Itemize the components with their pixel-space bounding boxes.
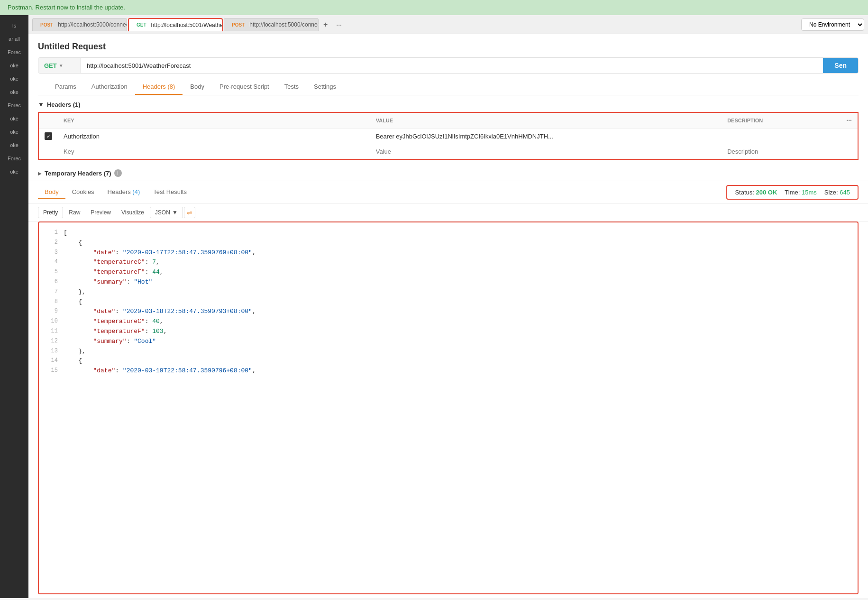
line-6: 6 "summary": "Hot": [48, 277, 848, 287]
response-toolbar: Pretty Raw Preview Visualize JSON ▼ ⇌: [28, 204, 868, 222]
tab-headers[interactable]: Headers (8): [135, 79, 183, 95]
line-10: 10 "temperatureC": 40,: [48, 317, 848, 327]
sidebar-item-oke2[interactable]: oke: [0, 72, 28, 85]
sidebar: Is ar all Forec oke oke oke Forec oke ok…: [0, 15, 28, 598]
tab-pre-request[interactable]: Pre-request Script: [212, 79, 277, 95]
line-3: 3 "date": "2020-03-17T22:58:47.3590769+0…: [48, 248, 848, 258]
response-meta: Status: 200 OK Time: 15ms Size: 645: [726, 185, 859, 200]
temp-headers-chevron-icon[interactable]: ▶: [38, 171, 42, 176]
header-checkbox-1[interactable]: [45, 132, 52, 140]
th-value: VALUE: [370, 112, 722, 129]
th-checkbox: [38, 112, 58, 129]
tab-method-get: GET: [135, 22, 148, 28]
headers-table: KEY VALUE DESCRIPTION ···: [38, 112, 859, 160]
tab-post-connect1[interactable]: POST http://localhost:5000/connect/...: [32, 18, 127, 31]
word-wrap-button[interactable]: ⇌: [184, 207, 195, 218]
method-selector[interactable]: GET ▼: [38, 58, 81, 73]
headers-section-title[interactable]: ▼ Headers (1): [38, 101, 859, 108]
temp-headers-title: Temporary Headers (7): [45, 170, 111, 177]
line-8: 8 {: [48, 297, 848, 307]
more-tabs-button[interactable]: ···: [332, 19, 346, 30]
status-value: 200 OK: [756, 189, 777, 196]
status-label: Status: 200 OK: [735, 189, 777, 196]
tab-post-connect2[interactable]: POST http://localhost:5000/connect/...: [224, 18, 319, 31]
response-tab-cookies[interactable]: Cookies: [65, 185, 101, 199]
header-value-empty[interactable]: [376, 148, 716, 155]
tab-tests[interactable]: Tests: [277, 79, 306, 95]
request-title: Untitled Request: [38, 42, 859, 52]
json-format-selector[interactable]: JSON ▼: [150, 207, 183, 218]
line-7: 7 },: [48, 287, 848, 297]
tab-get-weather[interactable]: GET http://localhost:5001/WeatherF...: [128, 18, 223, 31]
line-9: 9 "date": "2020-03-18T22:58:47.3590793+0…: [48, 307, 848, 317]
line-11: 11 "temperatureF": 103,: [48, 327, 848, 337]
line-2: 2 {: [48, 238, 848, 248]
tab-method-post1: POST: [38, 22, 55, 28]
line-4: 4 "temperatureC": 7,: [48, 258, 848, 268]
json-response-body: 1 [ 2 { 3 "date": "2020-03-17T22:58:47.3…: [38, 222, 859, 594]
response-header: Body Cookies Headers (4) Test Results St…: [28, 181, 868, 204]
tab-method-post2: POST: [230, 22, 247, 28]
sidebar-item-apis[interactable]: Is: [0, 19, 28, 32]
update-banner: Postman. Restart now to install the upda…: [0, 0, 868, 15]
main-content: POST http://localhost:5000/connect/... G…: [28, 15, 868, 598]
header-key-empty[interactable]: [64, 148, 365, 155]
temp-headers-info-icon[interactable]: i: [114, 169, 122, 177]
environment-selector[interactable]: No Environment: [801, 18, 864, 31]
temp-headers-section: ▶ Temporary Headers (7) i: [28, 166, 868, 181]
header-desc-1[interactable]: [727, 133, 835, 140]
line-12: 12 "summary": "Cool": [48, 337, 848, 347]
size-value: 645: [840, 189, 850, 196]
method-chevron-icon: ▼: [59, 63, 64, 68]
tab-url-3: http://localhost:5000/connect/...: [249, 21, 319, 28]
line-1: 1 [: [48, 228, 848, 238]
send-button[interactable]: Sen: [823, 58, 858, 73]
sidebar-item-clear[interactable]: ar all: [0, 32, 28, 46]
line-13: 13 },: [48, 347, 848, 357]
sidebar-item-oke1[interactable]: oke: [0, 59, 28, 72]
sidebar-item-forec3[interactable]: Forec: [0, 152, 28, 165]
sidebar-item-forec2[interactable]: Forec: [0, 99, 28, 112]
response-area: Body Cookies Headers (4) Test Results St…: [28, 181, 868, 598]
response-tab-test-results[interactable]: Test Results: [146, 185, 193, 199]
size-label: Size: 645: [824, 189, 850, 196]
tab-params[interactable]: Params: [47, 79, 84, 95]
add-tab-button[interactable]: +: [320, 18, 331, 31]
sidebar-item-oke6[interactable]: oke: [0, 138, 28, 152]
json-chevron-icon: ▼: [172, 209, 178, 216]
preview-button[interactable]: Preview: [86, 207, 116, 218]
th-key: KEY: [58, 112, 370, 129]
method-label: GET: [44, 62, 57, 69]
header-desc-empty[interactable]: [727, 148, 835, 155]
tabs-bar: POST http://localhost:5000/connect/... G…: [28, 15, 868, 34]
sidebar-item-oke7[interactable]: oke: [0, 165, 28, 178]
th-description: DESCRIPTION: [722, 112, 841, 129]
header-row-1: [38, 129, 858, 144]
header-key-1[interactable]: [64, 133, 365, 140]
sidebar-item-forec1[interactable]: Forec: [0, 46, 28, 59]
sidebar-item-oke4[interactable]: oke: [0, 112, 28, 125]
headers-chevron-icon: ▼: [38, 101, 44, 108]
tab-authorization[interactable]: Authorization: [84, 79, 135, 95]
line-5: 5 "temperatureF": 44,: [48, 268, 848, 277]
tab-settings[interactable]: Settings: [306, 79, 344, 95]
headers-section: ▼ Headers (1) KEY VALUE DESCRIPTION ···: [28, 95, 868, 166]
url-input[interactable]: [81, 58, 823, 73]
pretty-button[interactable]: Pretty: [38, 207, 63, 218]
sidebar-item-oke5[interactable]: oke: [0, 125, 28, 138]
more-icon[interactable]: ···: [846, 117, 852, 124]
tab-url-2: http://localhost:5001/WeatherF...: [151, 22, 223, 28]
th-more: ···: [841, 112, 858, 129]
tab-body[interactable]: Body: [183, 79, 212, 95]
response-tabs: Body Cookies Headers (4) Test Results: [38, 185, 193, 199]
tab-url-1: http://localhost:5000/connect/...: [58, 21, 127, 28]
response-tab-headers[interactable]: Headers (4): [101, 185, 147, 199]
time-value: 15ms: [802, 189, 817, 196]
header-value-1[interactable]: [376, 133, 716, 140]
request-area: Untitled Request GET ▼ Sen Params Author…: [28, 34, 868, 95]
response-tab-body[interactable]: Body: [38, 185, 65, 199]
sidebar-item-oke3[interactable]: oke: [0, 85, 28, 99]
visualize-button[interactable]: Visualize: [117, 207, 149, 218]
raw-button[interactable]: Raw: [64, 207, 85, 218]
request-tabs: Params Authorization Headers (8) Body Pr…: [38, 79, 859, 95]
